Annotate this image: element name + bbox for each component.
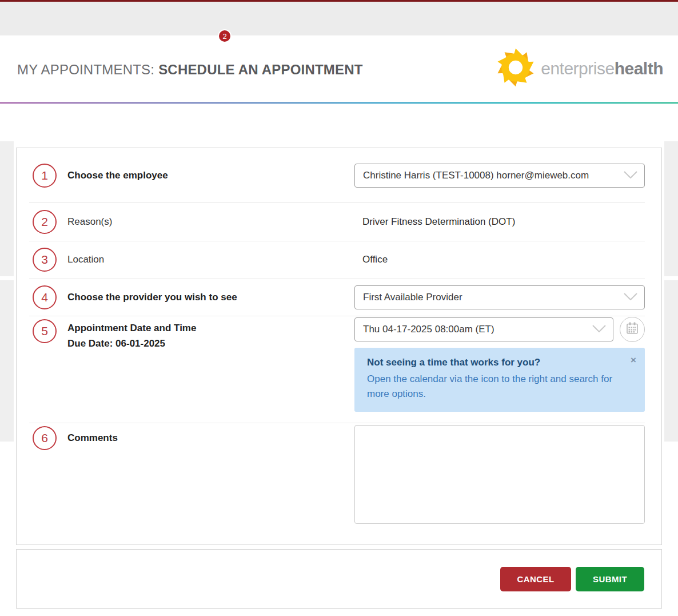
- form-row-location: 3 Location Office: [17, 241, 661, 279]
- chevron-down-icon: [624, 170, 637, 181]
- datetime-label-group: Appointment Date and Time Due Date: 06-0…: [67, 320, 196, 351]
- step-number-circle: 5: [33, 319, 57, 343]
- provider-select-value: First Available Provider: [363, 292, 462, 303]
- employee-select[interactable]: Christine Harris (TEST-10008) horner@mie…: [354, 164, 645, 188]
- form-row-datetime: 5 Appointment Date and Time Due Date: 06…: [17, 316, 661, 423]
- time-help-infobox: Not seeing a time that works for you? Op…: [354, 348, 645, 412]
- infobox-body: Open the calendar via the icon to the ri…: [367, 372, 620, 402]
- background-strip: [0, 141, 14, 276]
- form-row-employee: 1 Choose the employee Christine Harris (…: [17, 148, 661, 202]
- form-row-provider: 4 Choose the provider you wish to see Fi…: [17, 279, 661, 316]
- page-title-main: SCHEDULE AN APPOINTMENT: [158, 62, 363, 77]
- background-strip: [0, 280, 14, 442]
- location-value: Office: [354, 254, 645, 265]
- background-strip: [664, 280, 678, 442]
- chevron-down-icon: [624, 292, 637, 303]
- comments-label-group: 6 Comments: [17, 426, 118, 450]
- cancel-button[interactable]: CANCEL: [500, 567, 571, 591]
- background-strip: [664, 141, 678, 276]
- step-number-circle: 6: [33, 426, 57, 450]
- employee-label: Choose the employee: [67, 170, 168, 181]
- page-title: MY APPOINTMENTS:SCHEDULE AN APPOINTMENT: [17, 62, 363, 78]
- submit-button[interactable]: SUBMIT: [576, 567, 644, 591]
- step-number-circle: 2: [33, 210, 57, 234]
- calendar-icon: [625, 321, 639, 337]
- datetime-select-value: Thu 04-17-2025 08:00am (ET): [363, 324, 494, 335]
- comments-label: Comments: [67, 432, 118, 444]
- logo-text-bold: health: [615, 59, 663, 78]
- logo-text-light: enterprise: [541, 59, 614, 78]
- form-row-comments: 6 Comments: [17, 423, 661, 545]
- form-action-bar: CANCEL SUBMIT: [16, 549, 662, 609]
- enterprise-health-logo: enterprisehealth: [494, 46, 663, 92]
- datetime-select[interactable]: Thu 04-17-2025 08:00am (ET): [354, 317, 613, 341]
- infobox-title: Not seeing a time that works for you?: [367, 357, 637, 368]
- provider-label: Choose the provider you wish to see: [67, 292, 237, 303]
- form-row-reasons: 2 Reason(s) Driver Fitness Determination…: [17, 202, 661, 241]
- reasons-value: Driver Fitness Determination (DOT): [354, 216, 645, 228]
- appointment-form-panel: 1 Choose the employee Christine Harris (…: [16, 148, 662, 545]
- due-date-label: Due Date: 06-01-2025: [67, 336, 196, 351]
- top-bar: [0, 0, 678, 35]
- step-number-circle: 1: [33, 164, 57, 188]
- location-label: Location: [67, 254, 104, 265]
- comments-textarea[interactable]: [354, 425, 645, 524]
- step-number-circle: 4: [33, 285, 57, 309]
- logo-text: enterprisehealth: [541, 59, 663, 78]
- provider-select[interactable]: First Available Provider: [354, 285, 645, 309]
- employee-select-value: Christine Harris (TEST-10008) horner@mie…: [363, 170, 589, 181]
- top-accent-line: [0, 0, 678, 2]
- page-title-prefix: MY APPOINTMENTS:: [17, 62, 154, 77]
- notification-count-badge: 2: [218, 29, 232, 43]
- open-calendar-button[interactable]: [620, 317, 645, 342]
- close-icon[interactable]: ×: [631, 355, 636, 365]
- sun-logo-icon: [494, 46, 537, 92]
- step-number-circle: 3: [33, 248, 57, 272]
- reasons-label: Reason(s): [67, 216, 112, 228]
- chevron-down-icon: [592, 324, 606, 335]
- datetime-label: Appointment Date and Time: [67, 320, 196, 336]
- header-gradient-divider: [0, 102, 678, 104]
